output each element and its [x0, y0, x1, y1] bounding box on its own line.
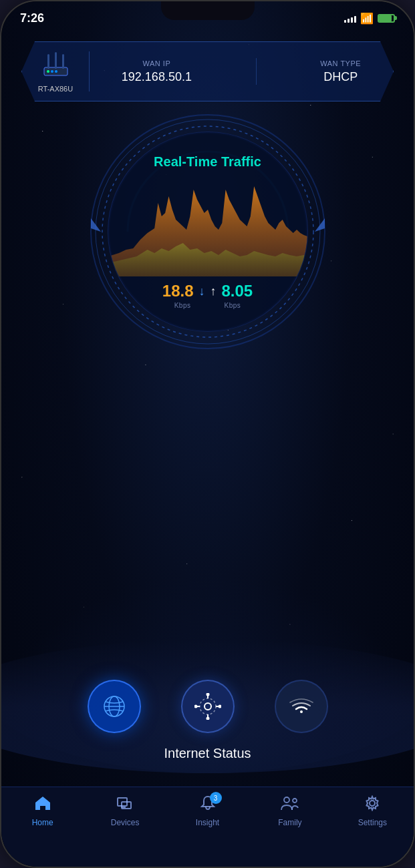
family-icon-wrapper	[280, 795, 300, 815]
svg-rect-1	[47, 54, 49, 69]
phone-screen: 7:26 📶	[1, 1, 414, 867]
phone-frame: 7:26 📶	[0, 0, 415, 868]
traffic-chart	[108, 176, 307, 276]
router-icon-area: RT-AX86U	[22, 42, 89, 101]
globe-icon	[102, 694, 126, 718]
internet-status-text: Internet Status	[164, 746, 251, 761]
wan-ip-value: 192.168.50.1	[122, 70, 192, 84]
devices-icon-wrapper	[116, 795, 134, 815]
info-divider	[256, 58, 257, 85]
status-icons: 📶	[344, 12, 395, 25]
svg-point-17	[200, 698, 216, 714]
insight-icon-wrapper: 3	[199, 795, 217, 815]
wan-ip-item: WAN IP 192.168.50.1	[122, 59, 192, 84]
router-info: WAN IP 192.168.50.1 WAN TYPE DHCP	[90, 58, 393, 85]
home-icon-wrapper	[34, 795, 51, 815]
traffic-title: Real-Time Traffic	[154, 154, 261, 170]
download-unit: Kbps	[174, 302, 191, 309]
notch	[161, 1, 255, 20]
traffic-download-value: 18.8	[162, 282, 194, 300]
nav-item-insight[interactable]: 3 Insight	[166, 795, 249, 827]
router-name: RT-AX86U	[38, 85, 73, 93]
nav-label-home: Home	[32, 818, 53, 827]
svg-point-31	[370, 801, 375, 806]
svg-point-6	[55, 70, 57, 73]
wifi-icon	[289, 694, 313, 718]
home-icon	[34, 797, 51, 815]
nav-label-settings: Settings	[358, 818, 387, 827]
devices-icon	[116, 797, 134, 815]
traffic-chart-area: Real-Time Traffic	[108, 132, 308, 332]
wan-type-value: DHCP	[323, 70, 358, 84]
traffic-circle-container: Real-Time Traffic	[88, 112, 328, 352]
nav-label-devices: Devices	[111, 818, 140, 827]
svg-point-16	[204, 703, 211, 710]
signal-icon	[344, 13, 356, 23]
internet-status-label: Internet Status	[1, 746, 414, 761]
svg-rect-2	[55, 52, 57, 69]
svg-point-23	[218, 705, 221, 708]
family-icon	[280, 797, 300, 815]
internet-status-button[interactable]	[88, 680, 141, 733]
wifi-button[interactable]	[275, 680, 328, 733]
nav-label-family: Family	[278, 818, 301, 827]
traffic-units: Kbps Kbps	[174, 302, 241, 309]
insight-badge: 3	[210, 792, 222, 804]
router-card[interactable]: RT-AX86U WAN IP 192.168.50.1 WAN TYPE DH…	[21, 41, 394, 101]
upload-unit: Kbps	[225, 302, 241, 309]
action-buttons	[1, 680, 414, 733]
svg-point-24	[206, 717, 209, 720]
nav-item-devices[interactable]: Devices	[84, 795, 166, 827]
svg-point-22	[206, 693, 209, 696]
svg-point-25	[194, 705, 198, 708]
router-image	[37, 51, 74, 83]
status-time: 7:26	[20, 11, 44, 25]
battery-fill	[379, 15, 392, 21]
traffic-upload-value: 8.05	[222, 282, 253, 300]
download-arrow-icon: ↓	[199, 284, 205, 298]
nav-item-settings[interactable]: Settings	[331, 795, 414, 827]
traffic-stats: 18.8 ↓ ↑ 8.05	[162, 282, 253, 300]
wan-type-label: WAN TYPE	[320, 59, 361, 67]
settings-icon-wrapper	[364, 795, 381, 815]
nav-item-home[interactable]: Home	[1, 795, 84, 827]
signal-bar-4	[354, 16, 356, 23]
signal-bar-1	[344, 20, 346, 23]
svg-point-4	[47, 70, 49, 73]
svg-point-30	[293, 799, 297, 803]
nav-item-family[interactable]: Family	[249, 795, 331, 827]
signal-bar-2	[348, 19, 350, 23]
svg-point-29	[284, 797, 289, 803]
battery-icon	[378, 14, 395, 23]
signal-bar-3	[351, 17, 353, 23]
wan-type-item: WAN TYPE DHCP	[320, 59, 361, 84]
wan-ip-label: WAN IP	[143, 59, 171, 67]
gear-icon	[364, 797, 381, 815]
svg-point-5	[51, 70, 53, 73]
upload-arrow-icon: ↑	[211, 284, 217, 298]
svg-rect-3	[62, 54, 64, 69]
wifi-icon: 📶	[360, 12, 374, 25]
nav-label-insight: Insight	[196, 818, 219, 827]
network-button[interactable]	[181, 680, 235, 733]
bottom-nav: Home Devices	[1, 787, 414, 867]
network-icon	[194, 693, 221, 720]
